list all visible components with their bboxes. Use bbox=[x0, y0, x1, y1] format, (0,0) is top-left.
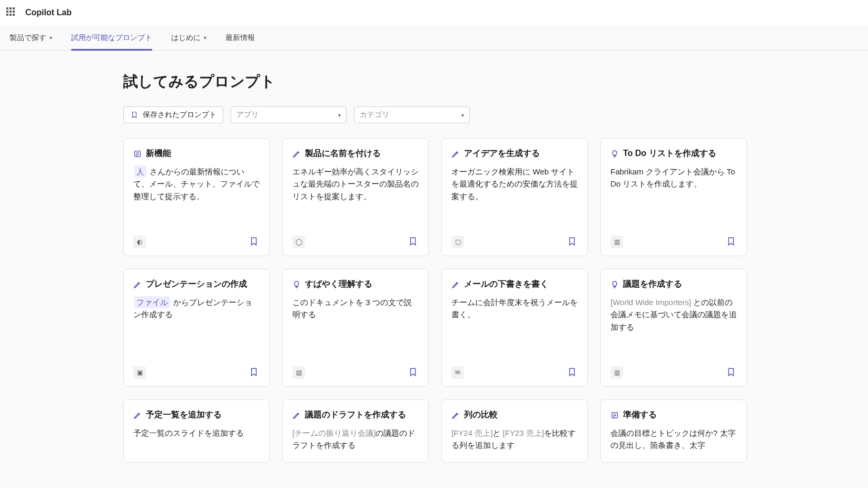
card-title: メールの下書きを書く bbox=[464, 279, 548, 290]
app-filter-dropdown[interactable]: アプリ ▾ bbox=[231, 106, 347, 123]
card-title: To Do リストを作成する bbox=[623, 148, 716, 159]
tab-whats-new[interactable]: 最新情報 bbox=[225, 25, 255, 50]
bulb-icon bbox=[292, 280, 301, 289]
card-footer: ▣ bbox=[133, 366, 260, 379]
category-filter-dropdown[interactable]: カテゴリ ▾ bbox=[354, 106, 470, 123]
app-launcher-icon[interactable] bbox=[6, 7, 17, 18]
pen-icon bbox=[133, 411, 142, 419]
card-header: すばやく理解する bbox=[292, 279, 419, 290]
card-title: 予定一覧を追加する bbox=[146, 409, 222, 421]
card-title: アイデアを生成する bbox=[464, 148, 540, 159]
bookmark-button[interactable] bbox=[249, 237, 260, 247]
card-footer: ▤ bbox=[292, 366, 419, 379]
card-body: オーガニック検索用に Web サイトを最適化するための安価な方法を提案する。 bbox=[451, 165, 578, 229]
card-body: 人 さんからの最新情報について、メール、チャット、ファイルで整理して提示する。 bbox=[133, 165, 260, 229]
dropdown-placeholder: アプリ bbox=[236, 110, 259, 120]
card-body: [FY24 売上]と [FY23 売上]を比較する列を追加します bbox=[451, 427, 578, 455]
tab-label: 製品で探す bbox=[9, 33, 46, 43]
bookmark-button[interactable] bbox=[408, 237, 419, 247]
pen-icon bbox=[451, 280, 460, 289]
app-badge-word: ▤ bbox=[292, 366, 305, 379]
bookmark-button[interactable] bbox=[726, 237, 737, 247]
card-header: アイデアを生成する bbox=[451, 148, 578, 159]
card-body: 会議の目標とトピックは何か? 太字の見出し、箇条書き、太字 bbox=[610, 427, 737, 455]
app-badge-onenote: ▥ bbox=[610, 366, 623, 379]
tab-product[interactable]: 製品で探す ▾ bbox=[9, 25, 52, 50]
pen-icon bbox=[292, 150, 301, 158]
tab-try-prompts[interactable]: 試用が可能なプロンプト bbox=[71, 25, 152, 50]
prompt-card[interactable]: メールの下書きを書くチームに会計年度末を祝うメールを書く。✉ bbox=[441, 269, 588, 387]
card-title: 新機能 bbox=[146, 148, 171, 159]
saved-prompts-label: 保存されたプロンプト bbox=[143, 110, 216, 120]
card-footer: ▥ bbox=[610, 236, 737, 248]
card-body: Fabrikam クライアント会議から To Do リストを作成します。 bbox=[610, 165, 737, 229]
prompt-card[interactable]: 製品に名前を付けるエネルギー効率が高くスタイリッシュな最先端のトースターの製品名… bbox=[282, 138, 429, 256]
card-body: チームに会計年度末を祝うメールを書く。 bbox=[451, 296, 578, 360]
dropdown-placeholder: カテゴリ bbox=[360, 110, 389, 120]
prompt-card[interactable]: 議題のドラフトを作成する[チームの振り返り会議]の議題のドラフトを作成する bbox=[282, 399, 429, 463]
pen-icon bbox=[451, 150, 460, 158]
tab-getting-started[interactable]: はじめに ▾ bbox=[171, 25, 206, 50]
bookmark-button[interactable] bbox=[249, 367, 260, 378]
card-header: 議題を作成する bbox=[610, 279, 737, 290]
card-body: 予定一覧のスライドを追加する bbox=[133, 427, 260, 455]
card-header: 製品に名前を付ける bbox=[292, 148, 419, 159]
card-title: 議題を作成する bbox=[623, 279, 682, 290]
app-badge-whiteboard: ▢ bbox=[451, 236, 464, 248]
tab-label: はじめに bbox=[171, 33, 201, 43]
bulb-icon bbox=[610, 150, 619, 158]
chevron-down-icon: ▾ bbox=[338, 112, 341, 118]
bulb-icon bbox=[610, 280, 619, 289]
bracket-token: [FY23 売上] bbox=[503, 428, 544, 437]
card-header: 予定一覧を追加する bbox=[133, 409, 260, 421]
bookmark-icon bbox=[130, 111, 139, 119]
card-body: [チームの振り返り会議]の議題のドラフトを作成する bbox=[292, 427, 419, 455]
bookmark-button[interactable] bbox=[567, 367, 578, 378]
prompt-card[interactable]: 予定一覧を追加する予定一覧のスライドを追加する bbox=[123, 399, 270, 463]
app-badge-outlook: ✉ bbox=[451, 366, 464, 379]
content-area: 試してみるプロンプト 保存されたプロンプト アプリ ▾ カテゴリ ▾ 新機能人 … bbox=[0, 51, 868, 463]
prompt-card[interactable]: 議題を作成する[World Wide Importers] との以前の会議メモに… bbox=[600, 269, 747, 387]
card-title: 議題のドラフトを作成する bbox=[305, 409, 406, 421]
card-title: 製品に名前を付ける bbox=[305, 148, 381, 159]
brand-title: Copilot Lab bbox=[25, 8, 72, 17]
pen-icon bbox=[451, 411, 460, 419]
prompt-card[interactable]: 準備する会議の目標とトピックは何か? 太字の見出し、箇条書き、太字 bbox=[600, 399, 747, 463]
bookmark-button[interactable] bbox=[408, 367, 419, 378]
card-title: 準備する bbox=[623, 409, 657, 421]
prompt-card[interactable]: To Do リストを作成するFabrikam クライアント会議から To Do … bbox=[600, 138, 747, 256]
card-footer: ▥ bbox=[610, 366, 737, 379]
tab-label: 最新情報 bbox=[225, 33, 255, 43]
prompt-card[interactable]: 列の比較[FY24 売上]と [FY23 売上]を比較する列を追加します bbox=[441, 399, 588, 463]
token-chip: ファイル bbox=[134, 296, 170, 308]
bracket-token: [FY24 売上] bbox=[451, 428, 492, 437]
topbar: Copilot Lab bbox=[0, 0, 868, 25]
list-icon bbox=[133, 150, 142, 158]
pen-icon bbox=[133, 280, 142, 289]
bookmark-button[interactable] bbox=[567, 237, 578, 247]
chevron-down-icon: ▾ bbox=[204, 35, 206, 41]
card-footer: ◯ bbox=[292, 236, 419, 248]
app-badge-loop: ◯ bbox=[292, 236, 305, 248]
token-chip: 人 bbox=[134, 165, 146, 178]
prompt-card[interactable]: すばやく理解するこのドキュメントを 3 つの文で説明する▤ bbox=[282, 269, 429, 387]
pen-icon bbox=[292, 411, 301, 419]
card-title: 列の比較 bbox=[464, 409, 498, 421]
page-title: 試してみるプロンプト bbox=[123, 72, 745, 92]
card-footer: ▢ bbox=[451, 236, 578, 248]
bracket-token: [World Wide Importers] bbox=[610, 298, 691, 307]
chevron-down-icon: ▾ bbox=[50, 35, 52, 41]
card-title: すばやく理解する bbox=[305, 279, 372, 290]
card-body: ファイル からプレゼンテーション作成する bbox=[133, 296, 260, 360]
prompt-card[interactable]: 新機能人 さんからの最新情報について、メール、チャット、ファイルで整理して提示す… bbox=[123, 138, 270, 256]
card-header: 議題のドラフトを作成する bbox=[292, 409, 419, 421]
prompt-card[interactable]: アイデアを生成するオーガニック検索用に Web サイトを最適化するための安価な方… bbox=[441, 138, 588, 256]
card-header: 列の比較 bbox=[451, 409, 578, 421]
card-title: プレゼンテーションの作成 bbox=[146, 279, 247, 290]
app-badge-copilot: ◐ bbox=[133, 236, 146, 248]
app-badge-powerpoint: ▣ bbox=[133, 366, 146, 379]
bookmark-button[interactable] bbox=[726, 367, 737, 378]
saved-prompts-button[interactable]: 保存されたプロンプト bbox=[123, 106, 223, 123]
prompt-card[interactable]: プレゼンテーションの作成ファイル からプレゼンテーション作成する▣ bbox=[123, 269, 270, 387]
app-badge-onenote: ▥ bbox=[610, 236, 623, 248]
